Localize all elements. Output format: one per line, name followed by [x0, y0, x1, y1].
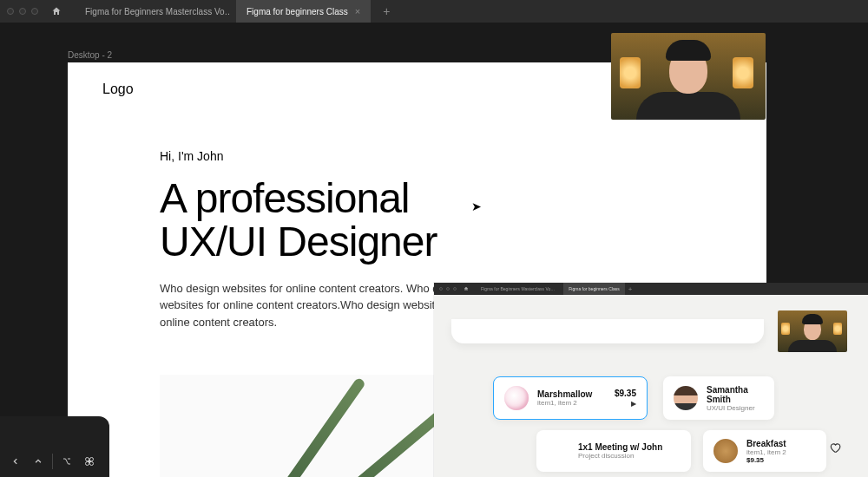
close-tab-icon[interactable]: ×	[355, 6, 360, 16]
presenter-cap	[666, 40, 711, 61]
card-subtitle: Project discussion	[578, 452, 681, 460]
lamp-glow	[833, 323, 842, 335]
figma-workspace[interactable]: Desktop - 2 Logo ontact Hi, I'm John A p…	[0, 23, 868, 477]
logo-text: Logo	[102, 82, 134, 97]
add-tab-button[interactable]: +	[376, 4, 397, 18]
lamp-glow	[620, 57, 641, 88]
card-title: Marshmallow	[537, 389, 606, 399]
card-subtitle: UX/UI Designer	[707, 404, 764, 412]
hero-headline: A professional UX/UI Designer	[160, 177, 519, 265]
presenter-body	[636, 92, 740, 120]
card-price: $9.35	[615, 389, 636, 398]
headline-line1: A professional	[160, 175, 410, 221]
frame-label[interactable]: Desktop - 2	[68, 50, 112, 60]
thumb-tab: Figma for Beginners Masterclass Vo…	[476, 286, 560, 291]
card-title: Samantha Smith	[707, 385, 764, 404]
cursor-icon: ➤	[471, 199, 482, 213]
lamp-glow	[781, 323, 790, 335]
card-subtitle: item1, item 2	[537, 399, 606, 407]
chevron-up-icon[interactable]	[28, 451, 49, 472]
chevron-left-icon[interactable]	[5, 451, 26, 472]
minimize-window-icon[interactable]	[19, 8, 26, 15]
hero-greeting: Hi, I'm John	[160, 149, 519, 163]
secondary-view-thumbnail: Figma for Beginners Masterclass Vo… Figm…	[434, 283, 868, 477]
presenter-cap	[802, 314, 823, 324]
thumb-add-tab: +	[628, 285, 633, 293]
tab-beginners-class[interactable]: Figma for beginners Class ×	[236, 0, 371, 23]
search-bar-placeholder	[451, 319, 764, 343]
avatar-icon	[674, 386, 698, 410]
card-title: Breakfast	[746, 439, 816, 448]
tab-label: Figma for beginners Class	[247, 7, 348, 16]
heart-icon[interactable]	[828, 441, 842, 454]
tab-masterclass[interactable]: Figma for Beginners Masterclass Vo…	[75, 0, 231, 23]
thumb-canvas: Marshmallow item1, item 2 $9.35 ▶ Samant…	[434, 295, 868, 477]
card-breakfast[interactable]: Breakfast item1, item 2 $9.35	[703, 430, 826, 472]
card-samantha[interactable]: Samantha Smith UX/UI Designer	[663, 376, 774, 420]
play-icon[interactable]: ▶	[615, 400, 636, 408]
card-price: $9.35	[746, 456, 816, 464]
lamp-glow	[733, 57, 753, 88]
floating-toolbar	[0, 416, 109, 477]
close-window-icon[interactable]	[7, 8, 14, 15]
hero-subtext: Who design websites for online content c…	[160, 280, 472, 331]
headline-line2: UX/UI Designer	[160, 219, 437, 265]
presenter-body	[788, 340, 837, 352]
marshmallow-icon	[504, 386, 529, 410]
traffic-dot	[446, 287, 450, 291]
home-icon[interactable]	[50, 5, 62, 17]
thumb-titlebar: Figma for Beginners Masterclass Vo… Figm…	[434, 283, 868, 295]
breakfast-icon	[713, 439, 738, 463]
traffic-lights	[7, 8, 38, 15]
traffic-dot	[453, 287, 457, 291]
card-title: 1x1 Meeting w/ John	[578, 442, 681, 452]
presenter-webcam	[611, 33, 766, 120]
card-meeting[interactable]: 1x1 Meeting w/ John Project discussion	[536, 430, 691, 472]
card-marshmallow[interactable]: Marshmallow item1, item 2 $9.35 ▶	[493, 376, 648, 420]
card-subtitle: item1, item 2	[746, 448, 816, 456]
window-titlebar: Figma for Beginners Masterclass Vo… Figm…	[0, 0, 868, 23]
command-key-icon[interactable]	[79, 451, 100, 472]
thumb-tab-active: Figma for beginners Class	[563, 283, 624, 295]
thumb-home-icon	[464, 286, 469, 292]
plant-leaf	[248, 376, 366, 477]
toolbar-divider	[52, 454, 53, 469]
traffic-dot	[439, 287, 443, 291]
tab-label: Figma for Beginners Masterclass Vo…	[85, 7, 231, 16]
option-key-icon[interactable]	[56, 451, 77, 472]
maximize-window-icon[interactable]	[31, 8, 38, 15]
thumb-presenter-webcam	[778, 310, 847, 352]
